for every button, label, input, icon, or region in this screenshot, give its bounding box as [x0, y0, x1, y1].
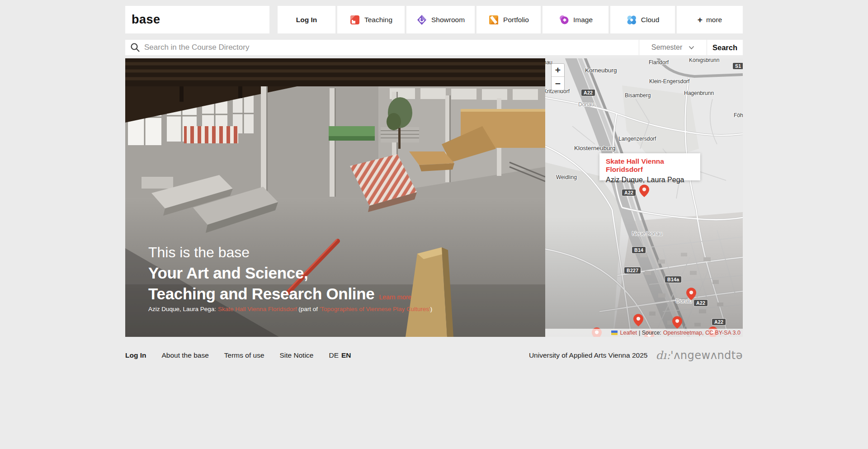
openstreetmap-link[interactable]: Openstreetmap, CC BY-SA 3.0: [663, 330, 741, 336]
road-badge: B14a: [665, 276, 681, 283]
lang-de-link[interactable]: DE: [329, 351, 339, 359]
nav-item-more[interactable]: + more: [677, 6, 743, 33]
footer-about-link[interactable]: About the base: [162, 351, 209, 359]
map-label: Korneuburg: [585, 67, 617, 74]
nav-item-label: Portfolio: [503, 16, 529, 24]
map-attribution: Leaflet | Source: Openstreetmap, CC BY-S…: [545, 329, 743, 337]
credit-suffix: ): [430, 306, 433, 312]
footer-terms-link[interactable]: Terms of use: [224, 351, 264, 359]
semester-dropdown-label: Semester: [651, 43, 682, 52]
nav-login-label: Log In: [296, 16, 317, 24]
university-text: University of Applied Arts Vienna 2025: [529, 351, 648, 359]
credit-topographies-link[interactable]: 'Topographies of Viennese Play Cultures': [320, 306, 430, 312]
base-logo[interactable]: base: [125, 6, 269, 33]
map-zoom-control: + −: [551, 63, 565, 90]
nav-item-portfolio[interactable]: Portfolio: [476, 6, 541, 33]
map-label: Langenzersdorf: [618, 136, 656, 142]
footer: Log In About the base Terms of use Site …: [125, 349, 743, 362]
popup-title-link[interactable]: Skate Hall Vienna Floridsdorf: [606, 157, 694, 174]
chevron-down-icon: [689, 46, 694, 50]
map-label: Neue Donau: [632, 231, 662, 237]
hero-image-skate-hall: This is the base Your Art and Science, T…: [125, 58, 545, 337]
footer-links: Log In About the base Terms of use Site …: [125, 351, 351, 359]
map-label: Weidling: [556, 174, 577, 180]
attribution-separator: | Source:: [639, 330, 661, 336]
footer-right: University of Applied Arts Vienna 2025 d…: [529, 349, 743, 362]
nav-item-image[interactable]: Image: [542, 6, 609, 33]
footer-site-notice-link[interactable]: Site Notice: [280, 351, 314, 359]
road-badge: A22: [622, 189, 636, 196]
map-tiles: [545, 58, 743, 337]
nav-item-label: Image: [573, 16, 593, 24]
hero-section: This is the base Your Art and Science, T…: [125, 58, 743, 337]
hero-credit: Aziz Duque, Laura Pega: Skate Hall Vienn…: [148, 306, 432, 312]
road-badge: S1: [733, 63, 743, 69]
nav-item-label: Cloud: [641, 16, 660, 24]
map-popup: Skate Hall Vienna Floridsdorf Aziz Duque…: [599, 153, 700, 180]
popup-subtitle: Aziz Duque, Laura Pega: [606, 176, 694, 184]
ukraine-flag-icon: [611, 331, 618, 335]
road-badge: B227: [624, 267, 641, 274]
map-marker[interactable]: [686, 287, 696, 301]
nav-item-label: Showroom: [431, 16, 465, 24]
plus-icon: +: [698, 15, 703, 25]
search-input[interactable]: [125, 40, 639, 55]
lang-en-link[interactable]: EN: [341, 351, 351, 359]
road-badge: A22: [712, 319, 726, 325]
map-label: Königsbrunn: [689, 58, 719, 63]
top-nav: base Log In Teaching Showroom: [125, 6, 743, 33]
map-marker[interactable]: [672, 316, 682, 329]
hero-title-line3: Teaching and Research OnlineLearn more: [148, 284, 411, 307]
map-marker-skate-hall[interactable]: [639, 184, 649, 198]
road-badge: A22: [581, 90, 595, 96]
leaflet-map[interactable]: nau Korneuburg Flandorf Königsbrunn Krit…: [545, 58, 743, 337]
page-container: base Log In Teaching Showroom: [125, 0, 743, 362]
teaching-icon: [349, 14, 360, 25]
language-switch: DE EN: [329, 351, 351, 359]
map-label: Föhr: [734, 112, 743, 118]
nav-item-showroom[interactable]: Showroom: [406, 6, 475, 33]
map-label: Klein-Engersdorf: [649, 78, 689, 85]
hero-title-line2: Your Art and Science,: [148, 263, 411, 284]
portfolio-icon: [488, 14, 499, 25]
map-label: Klosterneuburg: [574, 145, 616, 151]
angewandte-logo: dı:'ʌngewʌndtə: [656, 349, 743, 362]
credit-project-link[interactable]: Skate Hall Vienna Floridsdorf: [218, 306, 297, 312]
nav-item-teaching[interactable]: Teaching: [337, 6, 405, 33]
search-icon: [130, 43, 140, 52]
search-button[interactable]: Search: [707, 40, 743, 55]
map-marker[interactable]: [633, 313, 643, 327]
learn-more-link[interactable]: Learn more: [379, 293, 412, 301]
image-icon: [558, 14, 569, 25]
map-label: Bisamberg: [625, 92, 651, 99]
map-label: Flandorf: [649, 59, 669, 66]
cloud-icon: [626, 14, 637, 25]
road-badge: A22: [694, 300, 708, 306]
showroom-icon: [416, 14, 427, 25]
hero-title-line1: This is the base: [148, 242, 411, 263]
road-badge: B14: [632, 247, 646, 253]
zoom-in-button[interactable]: +: [552, 64, 564, 77]
semester-dropdown[interactable]: Semester: [639, 40, 707, 55]
map-label: Hagenbrunn: [684, 90, 714, 96]
hero-title: This is the base Your Art and Science, T…: [148, 242, 411, 307]
nav-item-cloud[interactable]: Cloud: [610, 6, 675, 33]
credit-authors: Aziz Duque, Laura Pega:: [148, 306, 216, 312]
footer-login-link[interactable]: Log In: [125, 351, 146, 359]
angewandte-logo-prefix: dı:: [656, 349, 670, 362]
zoom-out-button[interactable]: −: [552, 77, 564, 90]
map-label: Donau: [578, 101, 594, 108]
credit-mid: (part of: [298, 306, 318, 312]
nav-item-label: more: [706, 16, 722, 24]
leaflet-link[interactable]: Leaflet: [620, 330, 637, 336]
nav-item-label: Teaching: [364, 16, 392, 24]
nav-login-button[interactable]: Log In: [278, 6, 335, 33]
hero-title-line3-text: Teaching and Research Online: [148, 285, 375, 302]
course-search-bar: Semester Search: [125, 40, 743, 55]
angewandte-logo-main: 'ʌngewʌndtə: [670, 349, 743, 362]
